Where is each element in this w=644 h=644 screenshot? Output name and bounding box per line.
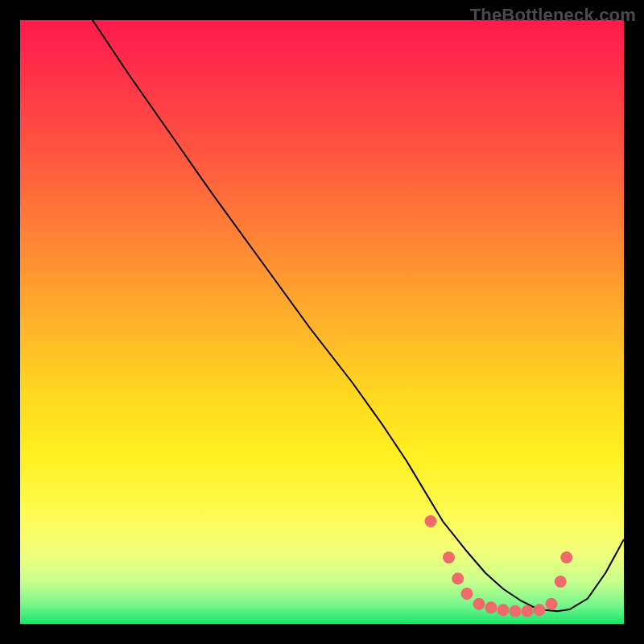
marker-dot	[473, 598, 485, 610]
marker-dot	[522, 605, 534, 617]
marker-dot	[452, 572, 464, 584]
marker-dot	[485, 601, 497, 613]
marker-dot	[560, 551, 572, 564]
watermark-text: TheBottleneck.com	[470, 5, 636, 26]
marker-dot	[461, 588, 473, 600]
marker-dot	[510, 605, 522, 617]
marker-dot	[555, 576, 567, 588]
marker-dot	[443, 551, 455, 564]
plot-area	[20, 20, 624, 624]
marker-dot	[534, 604, 546, 616]
highlight-dots	[20, 20, 624, 624]
chart-frame: TheBottleneck.com	[0, 0, 644, 644]
marker-dot	[425, 515, 437, 527]
marker-dot	[546, 598, 558, 610]
marker-dot	[497, 604, 510, 616]
